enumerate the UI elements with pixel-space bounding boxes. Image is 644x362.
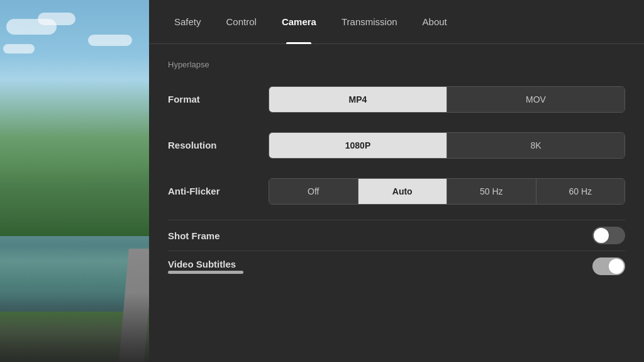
section-label: Hyperlapse xyxy=(168,60,625,69)
tab-control[interactable]: Control xyxy=(214,0,269,44)
nav-tabs: Safety Control Camera Transmission About xyxy=(149,0,644,44)
resolution-1080p-button[interactable]: 1080P xyxy=(269,133,447,158)
anti-flicker-50hz-button[interactable]: 50 Hz xyxy=(447,179,536,204)
settings-panel: Safety Control Camera Transmission About… xyxy=(149,0,644,362)
anti-flicker-off-button[interactable]: Off xyxy=(269,179,358,204)
anti-flicker-60hz-button[interactable]: 60 Hz xyxy=(536,179,625,204)
tab-camera[interactable]: Camera xyxy=(269,0,329,44)
resolution-label: Resolution xyxy=(168,140,269,150)
tab-about[interactable]: About xyxy=(410,0,460,44)
resolution-control: 1080P 8K xyxy=(269,132,625,159)
format-control: MP4 MOV xyxy=(269,86,625,113)
resolution-toggle-group: 1080P 8K xyxy=(269,132,625,159)
subtitle-progress-bar xyxy=(168,271,243,274)
anti-flicker-control: Off Auto 50 Hz 60 Hz xyxy=(269,178,625,205)
resolution-8k-button[interactable]: 8K xyxy=(447,133,625,158)
format-row: Format MP4 MOV xyxy=(168,82,625,116)
content-area: Hyperlapse Format MP4 MOV Resolution 108… xyxy=(149,44,644,362)
camera-preview xyxy=(0,0,149,362)
video-subtitles-toggle[interactable] xyxy=(592,257,625,275)
video-subtitles-label: Video Subtitles xyxy=(168,259,243,269)
video-subtitles-knob xyxy=(609,259,624,274)
format-mov-button[interactable]: MOV xyxy=(447,87,625,112)
format-toggle-group: MP4 MOV xyxy=(269,86,625,113)
video-subtitles-row: Video Subtitles xyxy=(168,251,625,281)
resolution-row: Resolution 1080P 8K xyxy=(168,128,625,162)
format-mp4-button[interactable]: MP4 xyxy=(269,87,447,112)
anti-flicker-auto-button[interactable]: Auto xyxy=(358,179,448,204)
shot-frame-knob xyxy=(594,228,609,243)
format-label: Format xyxy=(168,94,269,105)
tab-transmission[interactable]: Transmission xyxy=(329,0,410,44)
tab-safety[interactable]: Safety xyxy=(162,0,214,44)
anti-flicker-toggle-group: Off Auto 50 Hz 60 Hz xyxy=(269,178,625,205)
shot-frame-label: Shot Frame xyxy=(168,230,220,241)
shot-frame-row: Shot Frame xyxy=(168,220,625,251)
shot-frame-toggle[interactable] xyxy=(592,227,625,244)
anti-flicker-label: Anti-Flicker xyxy=(168,186,269,196)
anti-flicker-row: Anti-Flicker Off Auto 50 Hz 60 Hz xyxy=(168,174,625,208)
